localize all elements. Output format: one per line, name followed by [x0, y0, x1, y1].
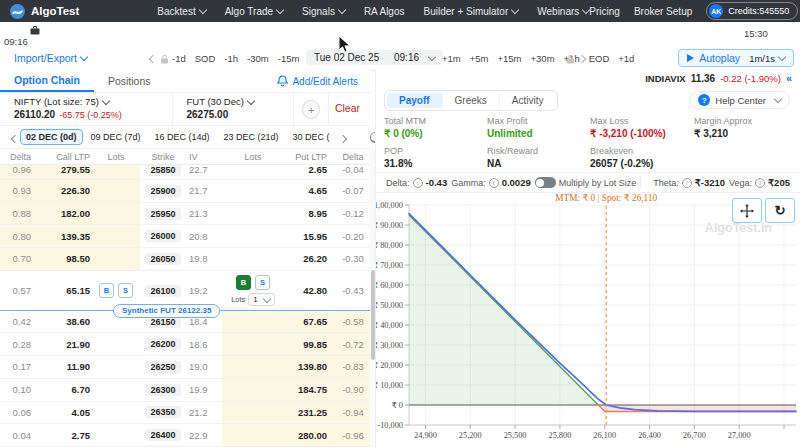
- add-instrument-button[interactable]: +: [302, 100, 320, 119]
- option-chain-row[interactable]: 0.2821.902620018.699.85-0.72: [0, 333, 370, 356]
- step-back-1h[interactable]: -1h: [224, 53, 238, 64]
- info-icon[interactable]: i: [755, 178, 765, 188]
- call-ltp-cell[interactable]: 2.75: [36, 430, 92, 441]
- put-ltp-cell[interactable]: 99.85: [284, 339, 336, 350]
- call-ltp-cell[interactable]: 65.15: [36, 285, 92, 296]
- call-ltp-cell[interactable]: 182.00: [36, 208, 92, 219]
- call-ltp-cell[interactable]: 6.70: [36, 384, 92, 395]
- import-export-button[interactable]: Import/Export: [14, 52, 87, 64]
- expiry-chip[interactable]: 02 DEC (0d): [20, 129, 83, 145]
- step-fwd-30m[interactable]: +30m: [531, 53, 555, 64]
- autoplay-button[interactable]: Autoplay: [687, 52, 740, 64]
- call-sell-button[interactable]: S: [118, 283, 133, 298]
- put-ltp-cell[interactable]: 42.80: [284, 285, 336, 296]
- collapse-panel-icon[interactable]: «: [786, 73, 792, 84]
- help-center-button[interactable]: ? Help Center: [689, 91, 790, 109]
- put-ltp-cell[interactable]: 184.75: [284, 384, 336, 395]
- put-sell-button[interactable]: S: [255, 275, 270, 290]
- put-ltp-cell[interactable]: 231.25: [284, 407, 336, 418]
- step-back-15m[interactable]: -15m: [278, 53, 300, 64]
- step-back-30m[interactable]: -30m: [247, 53, 269, 64]
- strike-cell[interactable]: 26250: [140, 361, 186, 373]
- put-ltp-cell[interactable]: 139.80: [284, 361, 336, 372]
- step-fwd-1d[interactable]: +1d: [618, 53, 634, 64]
- expiry-chip[interactable]: 23 DEC (21d): [218, 129, 285, 145]
- underlying-selector[interactable]: NIFTY (Lot size: 75) 26110.20-65.75 (-0.…: [0, 93, 172, 125]
- put-ltp-cell[interactable]: 15.95: [284, 231, 336, 242]
- nav-item-webinars[interactable]: Webinars: [537, 6, 589, 17]
- call-ltp-cell[interactable]: 226.30: [36, 185, 92, 196]
- strike-cell[interactable]: 25850: [140, 165, 186, 176]
- tab-option-chain[interactable]: Option Chain: [0, 70, 94, 92]
- time-picker[interactable]: 09:16: [386, 50, 443, 65]
- nav-item-builder-simulator[interactable]: Builder + Simulator: [423, 6, 518, 17]
- step-back-1d[interactable]: -1d: [172, 53, 186, 64]
- multiply-lot-size-toggle[interactable]: [535, 177, 556, 188]
- strike-cell[interactable]: 25900: [140, 185, 186, 197]
- call-ltp-cell[interactable]: 11.90: [36, 361, 92, 372]
- step-fwd-1m[interactable]: +1m: [442, 53, 461, 64]
- call-ltp-cell[interactable]: 279.55: [36, 165, 92, 175]
- clear-button[interactable]: Clear: [335, 102, 360, 125]
- nav-item-signals[interactable]: Signals: [302, 6, 345, 17]
- reset-zoom-button[interactable]: ↻: [765, 198, 795, 223]
- expiry-prev-icon[interactable]: [11, 135, 19, 143]
- option-chain-row[interactable]: 0.064.052635021.2231.25-0.94: [0, 402, 370, 425]
- pricing-link[interactable]: Pricing: [589, 6, 620, 17]
- broker-setup-link[interactable]: Broker Setup: [634, 6, 692, 17]
- lots-select[interactable]: 1: [248, 293, 274, 306]
- tab-positions[interactable]: Positions: [94, 70, 165, 92]
- option-chain-row[interactable]: 0.1711.902625019.0139.80-0.83: [0, 356, 370, 379]
- call-buy-button[interactable]: B: [99, 283, 114, 298]
- put-ltp-cell[interactable]: 2.65: [284, 165, 336, 175]
- option-chain-row[interactable]: 0.042.752640022.9280.00-0.96: [0, 424, 370, 447]
- briefcase-marker-icon[interactable]: [30, 26, 40, 35]
- tab-greeks[interactable]: Greeks: [443, 93, 500, 108]
- put-buy-button[interactable]: B: [236, 275, 251, 290]
- call-ltp-cell[interactable]: 139.35: [36, 231, 92, 242]
- speed-select[interactable]: 1m/1s: [749, 53, 785, 64]
- avatar[interactable]: AK: [709, 4, 723, 18]
- option-chain-row[interactable]: 0.88182.002595021.38.95-0.12: [0, 203, 370, 226]
- option-chain-row[interactable]: 0.96279.552585022.72.65-0.04: [0, 165, 370, 180]
- expiry-chip[interactable]: 30 DEC (: [287, 129, 336, 145]
- call-ltp-cell[interactable]: 21.90: [36, 339, 92, 350]
- strike-cell[interactable]: 26400: [140, 429, 186, 441]
- tab-activity[interactable]: Activity: [500, 93, 556, 108]
- step-back-SOD[interactable]: SOD: [195, 53, 216, 64]
- option-chain-row[interactable]: 0.80139.352600020.815.95-0.20: [0, 225, 370, 248]
- strike-cell[interactable]: 26350: [140, 406, 186, 418]
- info-icon[interactable]: i: [489, 178, 499, 188]
- strike-cell[interactable]: 26050: [140, 253, 186, 265]
- put-ltp-cell[interactable]: 67.65: [284, 316, 336, 327]
- strike-cell[interactable]: 26000: [140, 230, 186, 242]
- future-selector[interactable]: FUT (30 Dec) 26275.00: [173, 93, 294, 125]
- strike-cell[interactable]: 25950: [140, 208, 186, 220]
- brand[interactable]: AlgoTest: [10, 4, 79, 19]
- step-fwd-EOD[interactable]: EOD: [589, 53, 610, 64]
- nav-item-algo-trade[interactable]: Algo Trade: [225, 6, 283, 17]
- tab-payoff[interactable]: Payoff: [387, 93, 443, 108]
- step-fwd-15m[interactable]: +15m: [498, 53, 522, 64]
- expiry-chip[interactable]: 16 DEC (14d): [149, 129, 216, 145]
- expiry-next-icon[interactable]: [338, 135, 346, 143]
- info-icon[interactable]: i: [682, 178, 692, 188]
- put-ltp-cell[interactable]: 280.00: [284, 430, 336, 441]
- expiry-chip[interactable]: 09 DEC (7d): [85, 129, 147, 145]
- option-chain-row[interactable]: 0.93226.302590021.74.65-0.07: [0, 180, 370, 203]
- payoff-chart[interactable]: ₹ 1,00,000₹ 90,000₹ 80,000₹ 70,000₹ 60,0…: [376, 192, 800, 448]
- info-icon[interactable]: i: [413, 178, 423, 188]
- option-chain-row[interactable]: 0.7098.502605019.826.20-0.30: [0, 248, 370, 271]
- nav-item-backtest[interactable]: Backtest: [157, 6, 205, 17]
- step-fwd-5m[interactable]: +5m: [470, 53, 489, 64]
- pan-button[interactable]: [732, 198, 762, 223]
- chevron-left-icon[interactable]: [149, 55, 157, 63]
- call-ltp-cell[interactable]: 98.50: [36, 253, 92, 264]
- strike-cell[interactable]: 26100: [140, 285, 186, 297]
- credits-pill[interactable]: AK Credits:545550: [706, 2, 798, 20]
- put-ltp-cell[interactable]: 26.20: [284, 253, 336, 264]
- strike-cell[interactable]: 26200: [140, 338, 186, 350]
- nav-item-ra-algos[interactable]: RA Algos: [364, 6, 405, 17]
- add-edit-alerts-button[interactable]: Add/Edit Alerts: [277, 75, 370, 87]
- strike-cell[interactable]: 26300: [140, 384, 186, 396]
